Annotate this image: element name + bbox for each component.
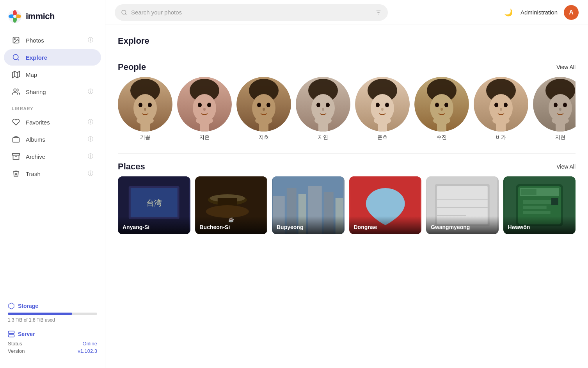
sharing-info-icon[interactable]: ⓘ: [88, 88, 93, 95]
search-icon: [121, 9, 127, 16]
svg-rect-130: [551, 198, 558, 205]
sidebar-bottom: Storage 1.3 TiB of 1.8 TiB used Server S…: [0, 296, 105, 362]
sidebar-item-archive[interactable]: Archive ⓘ: [4, 148, 101, 165]
people-title: People: [118, 62, 146, 72]
svg-point-68: [381, 108, 384, 111]
person-name: 지호: [259, 134, 269, 141]
person-avatar: [355, 77, 410, 132]
place-card-label: Bupyeong: [272, 216, 345, 234]
version-label: Version: [8, 348, 25, 354]
person-item[interactable]: 비가: [474, 77, 528, 141]
person-name: 지은: [199, 134, 210, 141]
places-view-all-button[interactable]: View All: [556, 164, 576, 170]
svg-point-40: [207, 103, 211, 107]
immich-logo-icon: [8, 9, 22, 23]
archive-icon: [12, 152, 20, 161]
trash-info-icon[interactable]: ⓘ: [88, 170, 93, 177]
filter-icon[interactable]: [375, 9, 382, 16]
svg-point-34: [137, 117, 154, 124]
svg-rect-128: [523, 206, 546, 209]
places-header: Places View All: [118, 162, 576, 172]
dark-mode-button[interactable]: 🌙: [503, 7, 514, 18]
server-version-row: Version v1.102.3: [8, 348, 97, 354]
person-item[interactable]: 준호: [355, 77, 410, 141]
sidebar-item-albums[interactable]: Albums ⓘ: [4, 131, 101, 148]
search-input[interactable]: [131, 9, 371, 16]
album-icon: [12, 135, 20, 144]
administration-link[interactable]: Administration: [520, 9, 558, 16]
sidebar-item-archive-label: Archive: [26, 153, 82, 160]
sidebar-item-map[interactable]: Map: [4, 66, 101, 83]
place-card-label: Bucheon-Si: [195, 216, 268, 234]
person-avatar: [118, 77, 172, 132]
svg-point-49: [266, 103, 270, 107]
svg-point-48: [257, 103, 261, 107]
svg-point-5: [13, 15, 16, 18]
svg-point-43: [196, 117, 213, 124]
place-card[interactable]: Dongnae: [349, 176, 422, 234]
place-card[interactable]: Bupyeong: [272, 176, 345, 234]
svg-point-61: [314, 117, 332, 124]
place-card[interactable]: 台湾 Anyang-Si: [118, 176, 190, 234]
server-title: Server: [8, 331, 97, 338]
person-item[interactable]: 수진: [414, 77, 469, 141]
place-card[interactable]: Hwawŏn: [503, 176, 576, 234]
sidebar-item-favorites[interactable]: Favorites ⓘ: [4, 114, 101, 130]
storage-usage-text: 1.3 TiB of 1.8 TiB used: [8, 317, 97, 323]
map-icon: [12, 70, 20, 79]
sidebar-item-sharing-label: Sharing: [26, 89, 82, 95]
sidebar: immich Photos ⓘ Explore Map Sha: [0, 0, 105, 368]
svg-point-41: [203, 108, 206, 111]
svg-point-32: [144, 108, 146, 111]
photos-info-icon[interactable]: ⓘ: [88, 37, 93, 44]
status-value: Online: [82, 341, 97, 347]
library-section-label: LIBRARY: [0, 101, 105, 113]
sidebar-item-favorites-label: Favorites: [26, 119, 82, 126]
svg-rect-127: [523, 200, 554, 204]
sidebar-item-trash[interactable]: Trash ⓘ: [4, 165, 101, 182]
photo-icon: [12, 36, 20, 44]
storage-label: Storage: [18, 303, 38, 309]
status-label: Status: [8, 341, 22, 347]
svg-point-7: [14, 39, 16, 40]
places-divider: [118, 153, 576, 154]
search-bar[interactable]: [115, 4, 388, 21]
storage-title: Storage: [8, 302, 97, 309]
content-area: Explore People View All: [105, 25, 588, 368]
albums-info-icon[interactable]: ⓘ: [88, 136, 93, 143]
place-card[interactable]: Gwangmyeong: [426, 176, 499, 234]
favorites-info-icon[interactable]: ⓘ: [88, 119, 93, 126]
person-name: 수진: [437, 134, 447, 141]
person-item[interactable]: 기쁨: [118, 77, 172, 141]
person-avatar: [414, 77, 469, 132]
person-item[interactable]: 지연: [296, 77, 350, 141]
sidebar-item-map-label: Map: [26, 71, 93, 78]
user-avatar[interactable]: A: [564, 5, 579, 20]
people-view-all-button[interactable]: View All: [556, 64, 576, 70]
archive-info-icon[interactable]: ⓘ: [88, 153, 93, 160]
heart-icon: [12, 118, 20, 126]
topbar-right: 🌙 Administration A: [503, 5, 579, 20]
person-item[interactable]: 지호: [236, 77, 291, 141]
svg-text:台湾: 台湾: [146, 199, 162, 207]
place-card-label: Dongnae: [349, 216, 422, 234]
svg-line-22: [125, 14, 126, 15]
logo-area: immich: [0, 6, 105, 31]
svg-rect-126: [520, 189, 536, 195]
person-item[interactable]: 지현: [533, 77, 576, 141]
svg-point-75: [435, 103, 439, 107]
trash-icon: [12, 169, 20, 178]
person-item[interactable]: 지은: [177, 77, 232, 141]
sidebar-item-photos[interactable]: Photos ⓘ: [4, 32, 101, 48]
sidebar-item-explore[interactable]: Explore: [4, 49, 101, 66]
svg-point-88: [492, 117, 510, 124]
server-status-row: Status Online: [8, 341, 97, 347]
svg-point-67: [385, 103, 389, 107]
svg-point-94: [563, 103, 567, 107]
svg-point-58: [326, 103, 330, 107]
sidebar-item-sharing[interactable]: Sharing ⓘ: [4, 84, 101, 100]
sidebar-item-photos-label: Photos: [26, 37, 82, 44]
svg-point-77: [441, 108, 443, 111]
place-card[interactable]: ☕ Bucheon-Si: [195, 176, 268, 234]
svg-rect-17: [9, 331, 14, 334]
